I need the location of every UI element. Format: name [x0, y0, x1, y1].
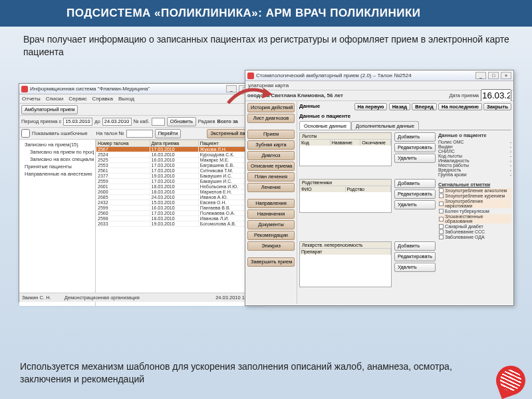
table-row[interactable]: 260018.03.2010Маркелов Е.Н. — [96, 190, 264, 195]
info-row: Выдан- — [438, 144, 511, 149]
table-row[interactable]: 255917.03.2010Бакаушин И.С. — [96, 179, 264, 184]
table-row[interactable]: 237719.03.2010Бакаушин И.С. — [96, 174, 264, 179]
relatives-grid[interactable] — [300, 192, 391, 212]
table-row[interactable]: 243215.03.2010Евсеев О.Н. — [96, 200, 264, 205]
signal-checkbox-row[interactable]: Злокачественные образования — [438, 214, 511, 223]
delete-button[interactable]: Удалить — [394, 263, 436, 272]
section-button[interactable]: Назначения — [247, 209, 295, 219]
table-row[interactable]: 252416.03.2010Курошдова С.К. — [96, 152, 264, 158]
patient-card-window: Стоматологический амбулаторный прием (2.… — [245, 70, 514, 306]
menu-lists[interactable]: Списки — [46, 96, 64, 102]
menu-exit[interactable]: Выход — [118, 96, 134, 102]
tab-main-data[interactable]: Основные данные — [299, 121, 351, 130]
visit-date-input[interactable] — [481, 89, 511, 102]
checkbox-icon[interactable] — [439, 201, 444, 206]
table-row[interactable]: 252516.03.2010Макаркс М.Е. — [96, 158, 264, 163]
appointment-tree[interactable]: Записано на прием(15) Записано на прием … — [19, 140, 96, 306]
signal-checkbox-row[interactable]: Злоупотребление алкоголем — [438, 188, 511, 193]
left-titlebar[interactable]: Информационная система "Флагман-Медицина… — [19, 84, 264, 94]
delete-button[interactable]: Удалить — [394, 200, 436, 209]
section-button[interactable]: Завершить прием — [247, 257, 295, 267]
checkbox-icon[interactable] — [439, 209, 444, 213]
nav-first-button[interactable]: На первую — [354, 103, 388, 110]
col-end: Окончание — [360, 140, 391, 146]
period-to-input[interactable] — [102, 118, 132, 126]
section-button[interactable]: Лист диагнозов — [247, 114, 295, 123]
intolerance-grid[interactable] — [300, 255, 391, 287]
section-button[interactable]: Описание приема — [247, 162, 295, 171]
edit-button[interactable]: Редактировать — [394, 143, 436, 152]
signal-checkbox-row[interactable]: Заболевание ОДА — [438, 235, 511, 239]
add-button[interactable]: Добавить — [394, 132, 436, 142]
kab-input[interactable] — [152, 118, 165, 126]
menu-service[interactable]: Сервис — [68, 96, 86, 102]
patient-grid[interactable]: Номер талона Дата приема Пациент 256717.… — [96, 140, 264, 306]
table-row[interactable]: 259916.03.2010Пангаева В.В. — [96, 205, 264, 211]
checkbox-icon[interactable] — [439, 217, 444, 221]
signal-checkbox-row[interactable]: Заболевание ССС — [438, 229, 511, 234]
talon-input[interactable] — [126, 130, 153, 138]
period-from-input[interactable] — [63, 118, 92, 126]
tree-item[interactable]: Принятые пациенты — [21, 163, 94, 170]
table-row[interactable]: 256717.03.2010Жукова Л.Н. — [96, 147, 264, 152]
tab-extra-data[interactable]: Дополнительные данные — [351, 121, 419, 130]
checkbox-icon[interactable] — [439, 235, 444, 239]
add-button[interactable]: Добавить — [394, 179, 436, 188]
refresh-button[interactable]: Обновить — [167, 117, 196, 126]
left-statusbar: Заикин С. Н. Демонстрационная организаци… — [19, 293, 264, 302]
tree-item[interactable]: Направленные на анестезию — [21, 170, 94, 178]
section-button[interactable]: Прием — [247, 130, 295, 139]
checkbox-icon[interactable] — [439, 224, 444, 229]
table-row[interactable]: 256117.03.2010Ситникова Т.М. — [96, 168, 264, 174]
col-date[interactable]: Дата приема — [150, 140, 198, 147]
menu-reports[interactable]: Отчеты — [22, 96, 41, 102]
tree-item[interactable]: Записано на прием(15) — [21, 141, 94, 148]
close-button[interactable]: × — [501, 72, 511, 79]
minimize-button[interactable]: _ — [226, 85, 237, 92]
table-row[interactable]: 259818.03.2010Иванова Л.И. — [96, 216, 264, 221]
edit-button[interactable]: Редактировать — [394, 190, 436, 199]
col-talon[interactable]: Номер талона — [96, 140, 150, 147]
right-titlebar[interactable]: Стоматологический амбулаторный прием (2.… — [245, 70, 513, 81]
show-errors-checkbox[interactable] — [21, 129, 30, 138]
signal-checkbox-row[interactable]: Злоупотребление наркотиками — [438, 199, 511, 208]
checkbox-icon[interactable] — [439, 194, 444, 198]
tree-item[interactable]: Записано на всех специалисто — [21, 156, 94, 163]
tab-ambulatory[interactable]: Амбулаторный прием — [21, 105, 78, 114]
signal-checkbox-row[interactable]: Злоупотребление курением — [438, 194, 511, 198]
maximize-button[interactable]: □ — [488, 72, 499, 79]
section-button[interactable]: История действий — [247, 103, 295, 112]
add-button[interactable]: Добавить — [394, 241, 436, 251]
section-buttons: История действийЛист диагнозовПриемЗубна… — [245, 101, 297, 304]
menu-outpatient-card[interactable]: улаторная карта — [248, 82, 289, 88]
goto-button[interactable]: Перейти — [155, 129, 182, 138]
nav-back-button[interactable]: Назад — [389, 103, 410, 110]
table-row[interactable]: 263319.03.2010Богомолова А.В. — [96, 221, 264, 227]
app-icon — [21, 86, 28, 92]
checkbox-icon[interactable] — [439, 188, 444, 193]
checkbox-icon[interactable] — [439, 229, 444, 234]
delete-button[interactable]: Удалить — [394, 154, 436, 163]
section-button[interactable]: Эпикриз — [247, 241, 295, 251]
menu-help[interactable]: Справка — [92, 96, 113, 102]
section-button[interactable]: Рекомендации — [247, 231, 295, 240]
edit-button[interactable]: Редактировать — [394, 252, 436, 261]
section-button[interactable]: План лечения — [247, 172, 295, 182]
minimize-button[interactable]: _ — [475, 72, 486, 79]
section-button[interactable]: Лечение — [247, 183, 295, 192]
section-button[interactable]: Диагноз — [247, 151, 295, 160]
benefits-grid[interactable] — [300, 146, 391, 166]
table-row[interactable]: 260118.03.2010Небольсина И.Ю. — [96, 184, 264, 190]
table-row[interactable]: 255317.03.2010Баграшина Е.В. — [96, 163, 264, 168]
signal-checkbox-row[interactable]: Сахарный диабет — [438, 224, 511, 229]
nav-forward-button[interactable]: Вперед — [412, 103, 437, 110]
signal-checkbox-row[interactable]: Болен туберкулезом — [438, 209, 511, 213]
section-button[interactable]: Направления — [247, 199, 295, 208]
table-row[interactable]: 268524.03.2010Иванов А.Ю. — [96, 195, 264, 200]
section-button[interactable]: Документы — [247, 220, 295, 229]
nav-close-button[interactable]: Закрыть — [483, 103, 511, 110]
nav-last-button[interactable]: На последнюю — [438, 103, 482, 110]
table-row[interactable]: 256017.03.2010Полежаева О.А. — [96, 211, 264, 216]
section-button[interactable]: Зубная карта — [247, 140, 295, 150]
tree-item[interactable]: Записано на прием по профилю — [21, 148, 94, 156]
